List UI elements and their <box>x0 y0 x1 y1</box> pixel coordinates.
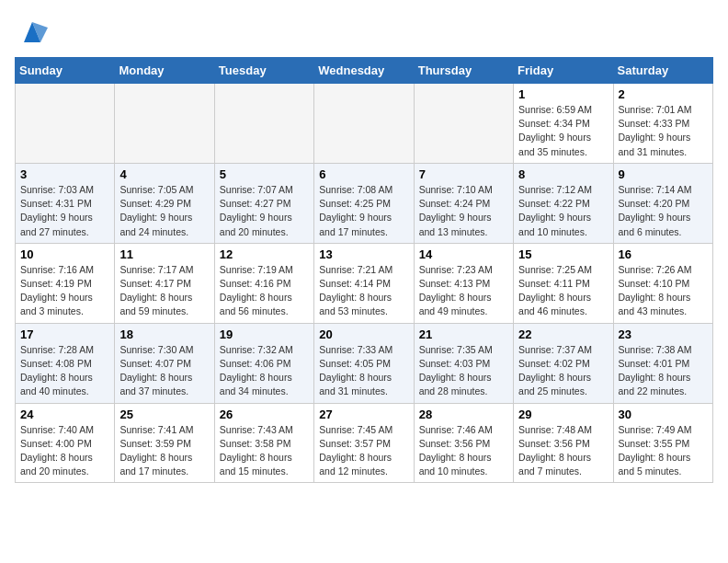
day-detail: Sunrise: 7:41 AM Sunset: 3:59 PM Dayligh… <box>119 423 209 479</box>
day-number: 6 <box>319 167 408 181</box>
day-detail: Sunrise: 7:03 AM Sunset: 4:31 PM Dayligh… <box>20 183 109 239</box>
day-cell: 1Sunrise: 6:59 AM Sunset: 4:34 PM Daylig… <box>514 84 613 164</box>
day-detail: Sunrise: 7:37 AM Sunset: 4:02 PM Dayligh… <box>518 343 608 399</box>
day-detail: Sunrise: 7:10 AM Sunset: 4:24 PM Dayligh… <box>419 183 508 239</box>
day-detail: Sunrise: 7:30 AM Sunset: 4:07 PM Dayligh… <box>119 343 209 399</box>
day-cell <box>115 84 214 164</box>
day-number: 7 <box>419 167 508 181</box>
day-detail: Sunrise: 7:49 AM Sunset: 3:55 PM Dayligh… <box>619 423 708 479</box>
day-number: 8 <box>518 167 608 181</box>
day-cell: 27Sunrise: 7:45 AM Sunset: 3:57 PM Dayli… <box>314 403 414 483</box>
day-cell: 29Sunrise: 7:48 AM Sunset: 3:56 PM Dayli… <box>514 403 613 483</box>
day-cell: 26Sunrise: 7:43 AM Sunset: 3:58 PM Dayli… <box>214 403 313 483</box>
day-number: 4 <box>119 167 209 181</box>
day-detail: Sunrise: 7:46 AM Sunset: 3:56 PM Dayligh… <box>419 423 508 479</box>
day-number: 11 <box>119 247 209 261</box>
day-cell: 3Sunrise: 7:03 AM Sunset: 4:31 PM Daylig… <box>16 163 115 243</box>
day-detail: Sunrise: 7:07 AM Sunset: 4:27 PM Dayligh… <box>220 183 309 239</box>
day-cell: 17Sunrise: 7:28 AM Sunset: 4:08 PM Dayli… <box>16 323 115 403</box>
day-detail: Sunrise: 7:21 AM Sunset: 4:14 PM Dayligh… <box>319 263 408 319</box>
calendar-header-row: SundayMondayTuesdayWednesdayThursdayFrid… <box>16 58 713 84</box>
day-number: 5 <box>220 167 309 181</box>
day-number: 30 <box>619 408 708 421</box>
day-number: 10 <box>20 247 109 261</box>
day-number: 15 <box>518 247 608 261</box>
day-number: 1 <box>518 87 608 101</box>
logo-icon <box>15 15 50 50</box>
day-number: 20 <box>319 327 408 341</box>
day-cell: 22Sunrise: 7:37 AM Sunset: 4:02 PM Dayli… <box>514 323 613 403</box>
day-detail: Sunrise: 7:14 AM Sunset: 4:20 PM Dayligh… <box>619 183 708 239</box>
day-detail: Sunrise: 7:12 AM Sunset: 4:22 PM Dayligh… <box>518 183 608 239</box>
day-number: 17 <box>20 327 109 341</box>
day-cell: 28Sunrise: 7:46 AM Sunset: 3:56 PM Dayli… <box>414 403 513 483</box>
day-cell: 19Sunrise: 7:32 AM Sunset: 4:06 PM Dayli… <box>214 323 313 403</box>
day-cell <box>314 84 414 164</box>
day-number: 26 <box>220 408 309 421</box>
day-cell: 5Sunrise: 7:07 AM Sunset: 4:27 PM Daylig… <box>214 163 313 243</box>
day-detail: Sunrise: 7:43 AM Sunset: 3:58 PM Dayligh… <box>220 423 309 479</box>
day-detail: Sunrise: 7:38 AM Sunset: 4:01 PM Dayligh… <box>619 343 708 399</box>
calendar-table: SundayMondayTuesdayWednesdayThursdayFrid… <box>15 57 713 483</box>
col-header-thursday: Thursday <box>414 58 513 84</box>
day-number: 22 <box>518 327 608 341</box>
col-header-tuesday: Tuesday <box>214 58 313 84</box>
day-number: 12 <box>220 247 309 261</box>
logo <box>15 15 53 50</box>
day-cell: 25Sunrise: 7:41 AM Sunset: 3:59 PM Dayli… <box>115 403 214 483</box>
day-detail: Sunrise: 7:23 AM Sunset: 4:13 PM Dayligh… <box>419 263 508 319</box>
day-number: 18 <box>119 327 209 341</box>
day-cell: 4Sunrise: 7:05 AM Sunset: 4:29 PM Daylig… <box>115 163 214 243</box>
day-cell <box>414 84 513 164</box>
day-detail: Sunrise: 7:33 AM Sunset: 4:05 PM Dayligh… <box>319 343 408 399</box>
day-cell: 11Sunrise: 7:17 AM Sunset: 4:17 PM Dayli… <box>115 243 214 323</box>
day-number: 29 <box>518 408 608 421</box>
day-number: 25 <box>119 408 209 421</box>
day-number: 24 <box>20 408 109 421</box>
day-number: 28 <box>419 408 508 421</box>
day-detail: Sunrise: 7:01 AM Sunset: 4:33 PM Dayligh… <box>619 103 708 159</box>
col-header-saturday: Saturday <box>613 58 712 84</box>
day-number: 2 <box>619 87 708 101</box>
week-row-4: 17Sunrise: 7:28 AM Sunset: 4:08 PM Dayli… <box>16 323 713 403</box>
day-number: 19 <box>220 327 309 341</box>
day-number: 16 <box>619 247 708 261</box>
col-header-sunday: Sunday <box>16 58 115 84</box>
header <box>15 15 713 50</box>
day-detail: Sunrise: 7:25 AM Sunset: 4:11 PM Dayligh… <box>518 263 608 319</box>
day-detail: Sunrise: 7:40 AM Sunset: 4:00 PM Dayligh… <box>20 423 109 479</box>
week-row-5: 24Sunrise: 7:40 AM Sunset: 4:00 PM Dayli… <box>16 403 713 483</box>
day-cell: 21Sunrise: 7:35 AM Sunset: 4:03 PM Dayli… <box>414 323 513 403</box>
day-cell: 30Sunrise: 7:49 AM Sunset: 3:55 PM Dayli… <box>613 403 712 483</box>
day-cell: 6Sunrise: 7:08 AM Sunset: 4:25 PM Daylig… <box>314 163 414 243</box>
col-header-friday: Friday <box>514 58 613 84</box>
day-cell: 15Sunrise: 7:25 AM Sunset: 4:11 PM Dayli… <box>514 243 613 323</box>
day-detail: Sunrise: 7:35 AM Sunset: 4:03 PM Dayligh… <box>419 343 508 399</box>
day-detail: Sunrise: 7:26 AM Sunset: 4:10 PM Dayligh… <box>619 263 708 319</box>
day-cell: 18Sunrise: 7:30 AM Sunset: 4:07 PM Dayli… <box>115 323 214 403</box>
day-cell <box>214 84 313 164</box>
day-number: 27 <box>319 408 408 421</box>
day-detail: Sunrise: 6:59 AM Sunset: 4:34 PM Dayligh… <box>518 103 608 159</box>
col-header-monday: Monday <box>115 58 214 84</box>
day-detail: Sunrise: 7:16 AM Sunset: 4:19 PM Dayligh… <box>20 263 109 319</box>
col-header-wednesday: Wednesday <box>314 58 414 84</box>
day-detail: Sunrise: 7:17 AM Sunset: 4:17 PM Dayligh… <box>119 263 209 319</box>
day-cell: 7Sunrise: 7:10 AM Sunset: 4:24 PM Daylig… <box>414 163 513 243</box>
day-cell: 24Sunrise: 7:40 AM Sunset: 4:00 PM Dayli… <box>16 403 115 483</box>
day-cell <box>16 84 115 164</box>
day-number: 21 <box>419 327 508 341</box>
day-detail: Sunrise: 7:28 AM Sunset: 4:08 PM Dayligh… <box>20 343 109 399</box>
day-cell: 10Sunrise: 7:16 AM Sunset: 4:19 PM Dayli… <box>16 243 115 323</box>
day-cell: 14Sunrise: 7:23 AM Sunset: 4:13 PM Dayli… <box>414 243 513 323</box>
day-cell: 2Sunrise: 7:01 AM Sunset: 4:33 PM Daylig… <box>613 84 712 164</box>
day-cell: 9Sunrise: 7:14 AM Sunset: 4:20 PM Daylig… <box>613 163 712 243</box>
day-detail: Sunrise: 7:48 AM Sunset: 3:56 PM Dayligh… <box>518 423 608 479</box>
day-cell: 12Sunrise: 7:19 AM Sunset: 4:16 PM Dayli… <box>214 243 313 323</box>
week-row-2: 3Sunrise: 7:03 AM Sunset: 4:31 PM Daylig… <box>16 163 713 243</box>
day-detail: Sunrise: 7:08 AM Sunset: 4:25 PM Dayligh… <box>319 183 408 239</box>
day-cell: 13Sunrise: 7:21 AM Sunset: 4:14 PM Dayli… <box>314 243 414 323</box>
day-cell: 20Sunrise: 7:33 AM Sunset: 4:05 PM Dayli… <box>314 323 414 403</box>
day-detail: Sunrise: 7:45 AM Sunset: 3:57 PM Dayligh… <box>319 423 408 479</box>
day-number: 14 <box>419 247 508 261</box>
